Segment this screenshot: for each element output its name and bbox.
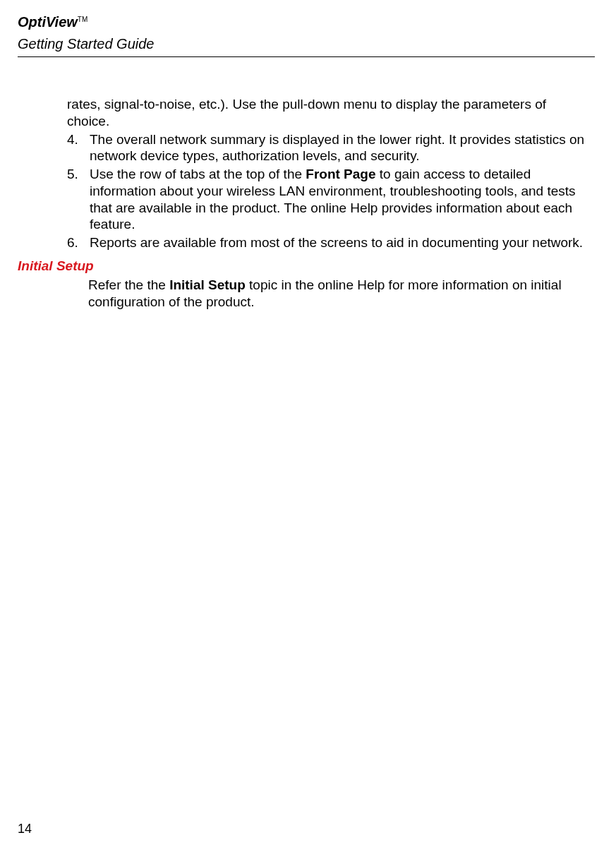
header-divider: [18, 56, 595, 57]
list-text: The overall network summary is displayed…: [90, 132, 584, 164]
page-number: 14: [18, 822, 32, 836]
bold-text: Front Page: [306, 167, 375, 181]
list-content: rates, signal-to-noise, etc.). Use the p…: [67, 96, 588, 251]
list-item: 4. The overall network summary is displa…: [67, 131, 588, 165]
section-text-before: Refer the the: [88, 277, 169, 292]
continued-paragraph: rates, signal-to-noise, etc.). Use the p…: [67, 96, 588, 130]
list-item: 6. Reports are available from most of th…: [67, 234, 588, 251]
section-heading: Initial Setup: [18, 258, 595, 274]
list-text-before: Use the row of tabs at the top of the: [90, 167, 306, 181]
list-number: 5.: [67, 166, 78, 183]
list-number: 6.: [67, 234, 78, 251]
trademark-symbol: TM: [78, 16, 87, 23]
bold-text: Initial Setup: [169, 277, 246, 292]
section-body: Refer the the Initial Setup topic in the…: [88, 277, 588, 311]
list-item: 5. Use the row of tabs at the top of the…: [67, 166, 588, 233]
product-title: OptiView: [18, 14, 78, 30]
document-subtitle: Getting Started Guide: [18, 36, 595, 52]
list-text: Reports are available from most of the s…: [90, 235, 583, 250]
document-header: OptiViewTM Getting Started Guide: [18, 14, 595, 52]
list-number: 4.: [67, 131, 78, 148]
numbered-list: 4. The overall network summary is displa…: [67, 131, 588, 251]
